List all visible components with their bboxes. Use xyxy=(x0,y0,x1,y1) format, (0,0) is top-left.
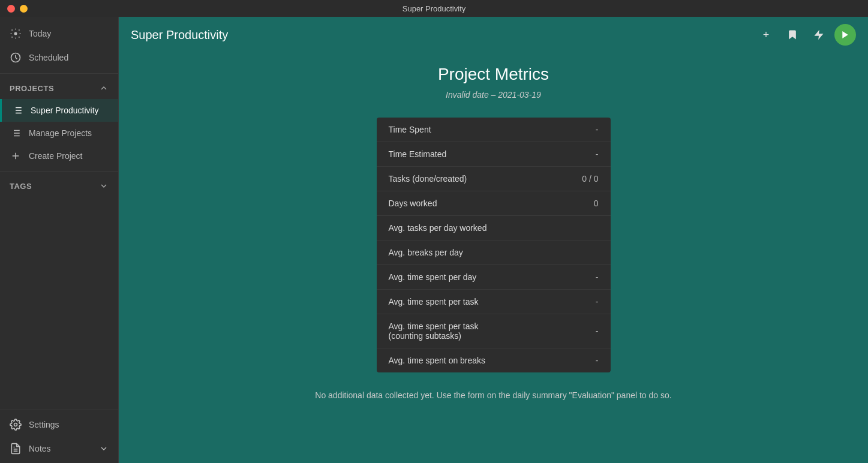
header-actions: + xyxy=(755,24,856,46)
metric-label: Time Estimated xyxy=(389,149,447,159)
tags-section-header[interactable]: Tags xyxy=(0,175,118,197)
table-row: Days worked 0 xyxy=(377,191,611,216)
table-row: Avg. time spent per task - xyxy=(377,290,611,314)
create-project-label: Create Project xyxy=(29,151,82,161)
sidebar-bottom: Settings Notes xyxy=(0,410,118,463)
project-icon-active xyxy=(11,104,23,116)
title-bar: Super Productivity xyxy=(0,0,868,17)
main-header: Super Productivity + xyxy=(119,17,868,53)
sidebar-item-notes[interactable]: Notes xyxy=(0,437,118,461)
sidebar-item-create-project[interactable]: Create Project xyxy=(0,145,118,167)
bookmark-button[interactable] xyxy=(782,24,803,46)
add-button[interactable]: + xyxy=(755,24,777,46)
metrics-date: Invalid date – 2021-03-19 xyxy=(446,90,541,100)
metric-value: - xyxy=(575,297,599,306)
no-data-message: No additional data collected yet. Use th… xyxy=(315,390,671,400)
metric-label: Tasks (done/created) xyxy=(389,174,467,184)
table-row: Avg. breaks per day xyxy=(377,240,611,265)
metric-value: 0 xyxy=(575,199,599,208)
sidebar-item-settings[interactable]: Settings xyxy=(0,413,118,437)
notes-icon xyxy=(10,443,22,455)
add-icon: + xyxy=(763,29,770,41)
svg-marker-20 xyxy=(842,31,848,38)
today-label: Today xyxy=(29,29,51,38)
metric-label: Avg. time spent per task(counting subtas… xyxy=(389,321,479,341)
metric-value: - xyxy=(575,326,599,336)
metric-value: - xyxy=(575,272,599,282)
projects-label: Projects xyxy=(10,84,54,93)
create-project-icon xyxy=(10,150,22,162)
scheduled-label: Scheduled xyxy=(29,53,68,62)
projects-chevron-icon xyxy=(99,83,109,93)
sidebar-divider-1 xyxy=(0,73,118,74)
super-productivity-project-label: Super Productivity xyxy=(31,106,99,115)
table-row: Time Estimated - xyxy=(377,142,611,167)
settings-icon xyxy=(10,419,22,431)
today-icon xyxy=(10,28,22,40)
table-row: Avg. time spent on breaks - xyxy=(377,348,611,372)
metrics-table: Time Spent - Time Estimated - Tasks (don… xyxy=(377,118,611,372)
table-row: Avg. tasks per day worked xyxy=(377,216,611,240)
play-button[interactable] xyxy=(834,24,856,46)
sidebar-top: Today Scheduled Projects xyxy=(0,17,118,410)
bolt-button[interactable] xyxy=(808,24,830,46)
table-row: Tasks (done/created) 0 / 0 xyxy=(377,167,611,191)
metric-value: - xyxy=(575,149,599,159)
metric-label: Avg. time spent per day xyxy=(389,272,477,282)
metrics-area: Project Metrics Invalid date – 2021-03-1… xyxy=(119,53,868,463)
svg-marker-19 xyxy=(815,30,824,40)
manage-projects-icon xyxy=(10,127,22,139)
projects-section-header[interactable]: Projects xyxy=(0,77,118,99)
metric-value: 0 / 0 xyxy=(575,174,599,184)
main-content: Super Productivity + xyxy=(119,17,868,463)
sidebar-item-manage-projects[interactable]: Manage Projects xyxy=(0,122,118,145)
play-icon xyxy=(840,30,850,40)
metric-label: Avg. time spent per task xyxy=(389,297,479,306)
svg-point-0 xyxy=(14,32,17,35)
notes-label: Notes xyxy=(29,444,51,453)
metric-label: Days worked xyxy=(389,199,437,208)
sidebar-item-scheduled[interactable]: Scheduled xyxy=(0,46,118,70)
metric-label: Avg. breaks per day xyxy=(389,248,463,257)
metrics-title: Project Metrics xyxy=(438,65,549,84)
metric-label: Avg. tasks per day worked xyxy=(389,223,487,233)
sidebar: Today Scheduled Projects xyxy=(0,17,119,463)
manage-projects-label: Manage Projects xyxy=(29,128,92,138)
metric-value: - xyxy=(575,125,599,134)
page-title: Super Productivity xyxy=(131,28,228,42)
notes-download-icon xyxy=(99,444,109,453)
scheduled-icon xyxy=(10,52,22,64)
table-row: Avg. time spent per day - xyxy=(377,265,611,290)
window-title: Super Productivity xyxy=(403,4,466,13)
sidebar-divider-2 xyxy=(0,171,118,172)
tags-label: Tags xyxy=(10,182,32,191)
traffic-lights xyxy=(7,5,28,13)
close-button[interactable] xyxy=(7,5,15,13)
table-row: Time Spent - xyxy=(377,118,611,142)
settings-label: Settings xyxy=(29,420,59,429)
metric-value: - xyxy=(575,356,599,365)
app-body: Today Scheduled Projects xyxy=(0,17,868,463)
table-row: Avg. time spent per task(counting subtas… xyxy=(377,314,611,348)
tags-chevron-icon xyxy=(99,181,109,191)
svg-point-16 xyxy=(14,423,17,426)
sidebar-item-today[interactable]: Today xyxy=(0,22,118,46)
metric-label: Time Spent xyxy=(389,125,431,134)
bolt-icon xyxy=(813,29,825,41)
bookmark-icon xyxy=(786,29,798,41)
metric-label: Avg. time spent on breaks xyxy=(389,356,486,365)
minimize-button[interactable] xyxy=(20,5,28,13)
notes-left: Notes xyxy=(10,443,51,455)
sidebar-item-super-productivity[interactable]: Super Productivity xyxy=(0,99,118,122)
